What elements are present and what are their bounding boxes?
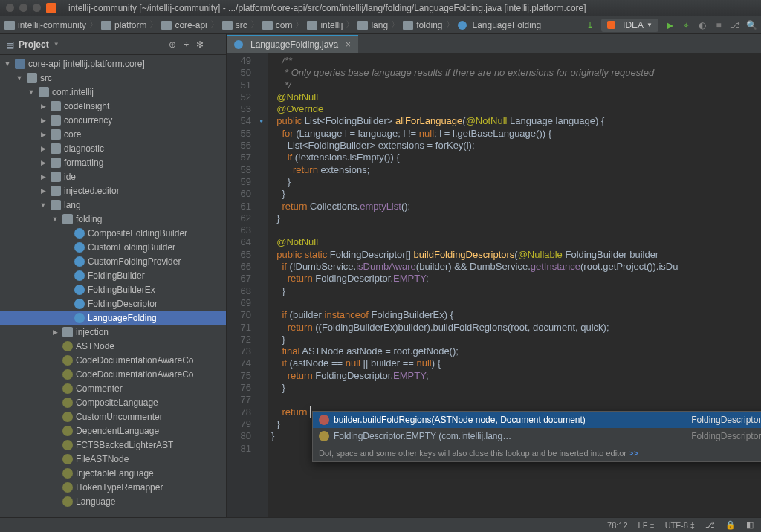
git-status-icon[interactable]: ⎇ bbox=[705, 520, 715, 530]
tree-item[interactable]: com.intellij bbox=[0, 85, 226, 99]
caret-position[interactable]: 78:12 bbox=[607, 521, 628, 530]
breadcrumb-item[interactable]: intellij bbox=[307, 20, 343, 30]
build-icon[interactable]: ⤓ bbox=[585, 20, 595, 30]
tree-item[interactable]: CustomFoldingBuilder bbox=[0, 240, 226, 254]
traffic-close-icon[interactable] bbox=[6, 4, 14, 12]
readonly-icon[interactable]: 🔒 bbox=[725, 520, 736, 530]
tree-item[interactable]: CustomUncommenter bbox=[0, 409, 226, 424]
window-titlebar: intellij-community [~/intellij-community… bbox=[0, 0, 761, 16]
tree-item[interactable]: CompositeLanguage bbox=[0, 395, 226, 409]
breadcrumb-item[interactable]: intellij-community bbox=[4, 20, 86, 30]
popup-hint-link[interactable]: >> bbox=[629, 449, 638, 458]
editor-tabs: LanguageFolding.java × bbox=[227, 34, 761, 53]
traffic-min-icon[interactable] bbox=[19, 4, 27, 12]
tree-item[interactable]: injected.editor bbox=[0, 184, 226, 198]
line-sep[interactable]: LF ‡ bbox=[638, 521, 655, 530]
collapse-icon[interactable]: ⊕ bbox=[169, 39, 176, 50]
tree-item[interactable]: diagnostic bbox=[0, 141, 226, 155]
gutter[interactable]: 4950515253545556575859606162636465666768… bbox=[227, 53, 268, 517]
tree-item[interactable]: CodeDocumentationAwareCo bbox=[0, 353, 226, 367]
tree-item[interactable]: ITokenTypeRemapper bbox=[0, 480, 226, 494]
tree-item[interactable]: core bbox=[0, 127, 226, 141]
run-icon[interactable]: ▶ bbox=[664, 20, 675, 30]
close-icon[interactable]: × bbox=[346, 39, 351, 50]
editor: LanguageFolding.java × 49505152535455565… bbox=[227, 34, 761, 517]
tree-item[interactable]: DependentLanguage bbox=[0, 424, 226, 438]
tree-item[interactable]: FoldingBuilderEx bbox=[0, 282, 226, 296]
breadcrumb[interactable]: intellij-community〉platform〉core-api〉src… bbox=[4, 19, 541, 31]
tree-item[interactable]: InjectableLanguage bbox=[0, 466, 226, 480]
tree-item[interactable]: CompositeFoldingBuilder bbox=[0, 226, 226, 240]
mem-icon[interactable]: ◧ bbox=[746, 520, 754, 530]
tree-item[interactable]: concurrency bbox=[0, 113, 226, 127]
code-area[interactable]: 4950515253545556575859606162636465666768… bbox=[227, 53, 761, 517]
window-title: intellij-community [~/intellij-community… bbox=[68, 3, 586, 13]
tree-item[interactable]: ide bbox=[0, 169, 226, 184]
debug-icon[interactable]: ⌖ bbox=[681, 20, 691, 30]
status-bar: 78:12 LF ‡ UTF-8 ‡ ⎇ 🔒 ◧ bbox=[0, 517, 761, 532]
completion-item[interactable]: FoldingDescriptor.EMPTY (com.intellij.la… bbox=[313, 428, 761, 444]
coverage-icon[interactable]: ◐ bbox=[697, 20, 707, 30]
encoding[interactable]: UTF-8 ‡ bbox=[665, 521, 695, 530]
tree-item[interactable]: core-api [intellij.platform.core] bbox=[0, 56, 226, 71]
tree-item[interactable]: formatting bbox=[0, 155, 226, 169]
tree-item[interactable]: injection bbox=[0, 325, 226, 339]
divide-icon[interactable]: ÷ bbox=[184, 39, 189, 50]
project-sidebar: ▤ Project ▼ ⊕ ÷ ✻ — core-api [intellij.p… bbox=[0, 34, 227, 517]
dropdown-icon[interactable]: ▼ bbox=[54, 41, 59, 48]
completion-item[interactable]: builder.buildFoldRegions(ASTNode node, D… bbox=[313, 412, 761, 428]
breadcrumb-item[interactable]: LanguageFolding bbox=[458, 20, 542, 30]
breadcrumb-item[interactable]: platform bbox=[101, 20, 146, 30]
tree-item[interactable]: lang bbox=[0, 198, 226, 212]
git-icon[interactable]: ⎇ bbox=[730, 20, 740, 30]
tree-item[interactable]: CodeDocumentationAwareCo bbox=[0, 367, 226, 381]
tab-label: LanguageFolding.java bbox=[250, 39, 338, 50]
breadcrumb-item[interactable]: core-api bbox=[161, 20, 207, 30]
run-config-select[interactable]: IDEA ▼ bbox=[601, 19, 658, 32]
tree-item[interactable]: FoldingDescriptor bbox=[0, 296, 226, 311]
sidebar-header: ▤ Project ▼ ⊕ ÷ ✻ — bbox=[0, 34, 226, 55]
traffic-max-icon[interactable] bbox=[33, 4, 41, 12]
popup-hint: Dot, space and some other keys will also… bbox=[313, 445, 761, 461]
completion-popup[interactable]: builder.buildFoldRegions(ASTNode node, D… bbox=[312, 411, 761, 462]
breadcrumb-item[interactable]: src bbox=[222, 20, 247, 30]
app-icon bbox=[46, 3, 56, 13]
gear-icon[interactable]: ✻ bbox=[196, 39, 204, 50]
tree-item[interactable]: ASTNode bbox=[0, 339, 226, 353]
tree-item[interactable]: codeInsight bbox=[0, 99, 226, 113]
project-icon: ▤ bbox=[6, 39, 14, 50]
tree-item[interactable]: Language bbox=[0, 494, 226, 508]
tree-item[interactable]: CustomFoldingProvider bbox=[0, 254, 226, 268]
stop-icon[interactable]: ■ bbox=[713, 20, 724, 30]
class-icon bbox=[234, 40, 243, 49]
search-icon[interactable]: 🔍 bbox=[746, 20, 757, 30]
tree-item[interactable]: FileASTNode bbox=[0, 452, 226, 466]
tree-item[interactable]: FoldingBuilder bbox=[0, 268, 226, 282]
tree-item[interactable]: folding bbox=[0, 212, 226, 226]
hide-icon[interactable]: — bbox=[211, 39, 220, 50]
tree-item[interactable]: src bbox=[0, 71, 226, 85]
tree-item[interactable]: FCTSBackedLighterAST bbox=[0, 438, 226, 452]
tree-item[interactable]: Commenter bbox=[0, 381, 226, 395]
sidebar-title: Project bbox=[19, 39, 49, 50]
breadcrumb-item[interactable]: com bbox=[262, 20, 293, 30]
nav-bar: intellij-community〉platform〉core-api〉src… bbox=[0, 16, 761, 34]
breadcrumb-item[interactable]: folding bbox=[403, 20, 442, 30]
tab-languagefolding[interactable]: LanguageFolding.java × bbox=[227, 35, 358, 53]
breadcrumb-item[interactable]: lang bbox=[357, 20, 388, 30]
project-tree[interactable]: core-api [intellij.platform.core]srccom.… bbox=[0, 55, 226, 517]
run-config-label: IDEA bbox=[623, 20, 644, 30]
tree-item[interactable]: LanguageFolding bbox=[0, 311, 226, 325]
